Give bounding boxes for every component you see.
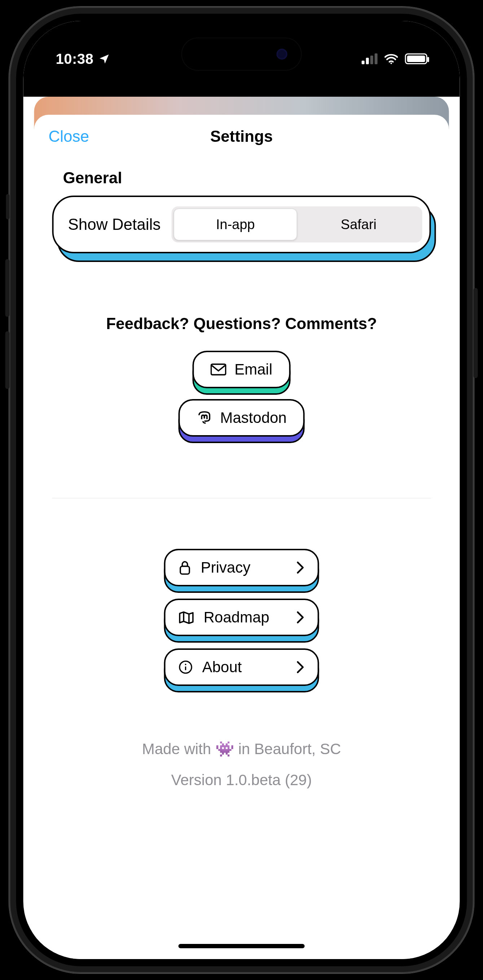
nav-bar: Close Settings [34,115,449,158]
svg-rect-2 [180,566,189,574]
chevron-right-icon [296,561,305,574]
home-indicator[interactable] [178,944,305,948]
email-button-label: Email [235,361,272,378]
mastodon-button[interactable]: Mastodon [178,399,305,437]
svg-point-0 [390,62,392,64]
chevron-right-icon [296,661,305,674]
email-button[interactable]: Email [192,351,291,388]
section-general-heading: General [63,169,449,187]
cellular-signal-icon [362,53,378,64]
svg-point-4 [185,664,186,665]
battery-icon [405,53,427,64]
mastodon-icon [196,410,212,426]
segment-in-app[interactable]: In-app [173,208,297,240]
front-camera [276,49,288,59]
dynamic-island [182,38,301,70]
segment-safari[interactable]: Safari [297,208,420,240]
show-details-label: Show Details [68,215,161,234]
privacy-label: Privacy [201,559,251,576]
device-frame: 10:38 [0,0,483,980]
about-button[interactable]: About [164,648,319,686]
settings-sheet: Close Settings General Show Details In-a… [34,115,449,959]
show-details-row: Show Details In-app Safari [52,196,431,253]
privacy-button[interactable]: Privacy [164,549,319,586]
location-icon [99,53,110,65]
feedback-heading: Feedback? Questions? Comments? [34,315,449,332]
map-icon [178,610,194,625]
power-button[interactable] [473,288,478,378]
version-line: Version 1.0.beta (29) [34,772,449,789]
status-time: 10:38 [56,51,94,67]
show-details-segmented-control[interactable]: In-app Safari [172,207,422,242]
envelope-icon [211,363,227,375]
page-title: Settings [210,127,273,145]
feedback-buttons: Email [34,351,449,437]
close-button[interactable]: Close [49,127,89,145]
volume-down-button[interactable] [5,331,10,389]
screen: 10:38 [24,21,460,959]
footer: Made with 👾 in Beaufort, SC Version 1.0.… [34,740,449,789]
mastodon-button-label: Mastodon [220,409,286,426]
roadmap-button[interactable]: Roadmap [164,598,319,636]
phone-inner-bezel: 10:38 [16,14,467,966]
space-invader-icon: 👾 [215,740,234,757]
about-label: About [202,659,242,676]
made-with-line: Made with 👾 in Beaufort, SC [34,740,449,758]
divider [52,498,431,498]
phone-outer-bezel: 10:38 [9,6,474,974]
wifi-icon [384,53,399,64]
chevron-right-icon [296,611,305,624]
nav-links: Privacy [34,549,449,686]
roadmap-label: Roadmap [204,609,270,626]
info-icon [178,660,193,675]
lock-icon [178,560,192,576]
mute-switch[interactable] [6,194,10,220]
volume-up-button[interactable] [5,259,10,317]
svg-rect-1 [211,364,226,374]
